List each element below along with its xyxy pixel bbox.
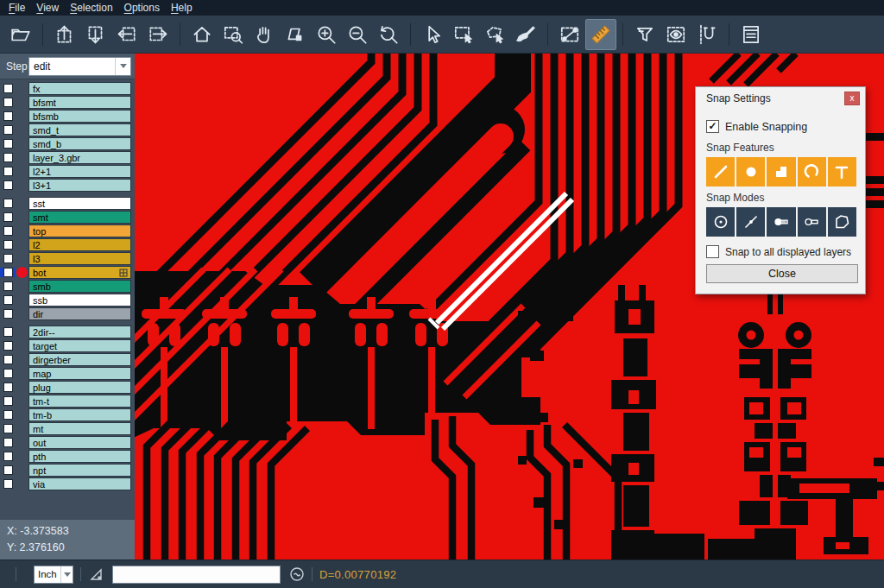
snap-feature-circle-icon[interactable] — [736, 157, 765, 187]
layer-name-cell[interactable]: layer_3.gbr — [28, 151, 131, 164]
zoom-in-icon[interactable] — [311, 19, 342, 50]
layer-row-l3[interactable]: l3 — [0, 252, 135, 265]
layer-name-cell[interactable]: smb — [28, 280, 131, 293]
menu-item-help[interactable]: Help — [169, 2, 202, 15]
layer-row-smb[interactable]: smb — [0, 280, 135, 293]
layer-visibility-checkbox[interactable] — [0, 438, 16, 447]
refresh-circle-icon[interactable] — [289, 566, 305, 582]
menu-item-view[interactable]: View — [35, 2, 68, 15]
dialog-titlebar[interactable]: Snap Settings x — [696, 87, 865, 110]
snap-mode-pad-entire-icon[interactable] — [767, 207, 795, 237]
open-folder-icon[interactable] — [5, 19, 36, 50]
layer-name-cell[interactable]: out — [28, 436, 131, 449]
layer-name-cell[interactable]: smd_t — [28, 123, 131, 136]
layer-visibility-checkbox[interactable] — [0, 452, 16, 461]
display-filter-eye-icon[interactable] — [660, 19, 691, 50]
snap-feature-pad-icon[interactable] — [767, 157, 795, 187]
layer-name-cell[interactable]: top — [28, 224, 131, 237]
pan-right-icon[interactable] — [142, 19, 174, 50]
home-icon[interactable] — [186, 19, 218, 50]
snap-mode-center-icon[interactable] — [706, 207, 735, 237]
chevron-down-icon[interactable] — [115, 58, 130, 75]
layer-row-smd_b[interactable]: smd_b — [0, 137, 135, 150]
layer-name-cell[interactable]: fx — [28, 82, 131, 95]
layer-name-cell[interactable]: sst — [28, 197, 131, 210]
layer-name-cell[interactable]: smd_b — [28, 137, 131, 150]
snap-feature-text-icon[interactable] — [828, 157, 856, 187]
layer-visibility-checkbox[interactable] — [0, 465, 16, 475]
layer-row-l2[interactable]: l2 — [0, 238, 135, 251]
menu-item-selection[interactable]: Selection — [68, 2, 122, 15]
layer-name-cell[interactable]: plug — [28, 381, 131, 394]
measure-line-icon[interactable] — [554, 19, 585, 50]
layer-visibility-checkbox[interactable] — [0, 281, 16, 291]
layer-visibility-checkbox[interactable] — [0, 226, 16, 236]
filter-funnel-icon[interactable] — [629, 19, 660, 50]
layer-name-cell[interactable]: dir — [28, 307, 131, 320]
enable-snapping-checkbox[interactable]: ✓ — [706, 120, 719, 133]
layer-row-fx[interactable]: fx — [0, 82, 135, 95]
select-polygon-icon[interactable] — [479, 19, 510, 50]
layer-name-cell[interactable]: target — [28, 339, 131, 352]
layer-visibility-checkbox[interactable] — [0, 199, 16, 208]
snap-mode-on-line-icon[interactable] — [736, 207, 765, 237]
pan-left-icon[interactable] — [111, 19, 142, 50]
layer-visibility-checkbox[interactable] — [0, 479, 16, 489]
layer-visibility-checkbox[interactable] — [0, 212, 16, 222]
layer-name-cell[interactable]: smt — [28, 211, 131, 224]
select-rectangle-icon[interactable] — [448, 19, 479, 50]
layer-name-cell[interactable]: bot — [28, 266, 131, 279]
layer-visibility-checkbox[interactable] — [0, 240, 16, 250]
layer-row-dirgerber[interactable]: dirgerber — [0, 353, 135, 366]
layer-row-out[interactable]: out — [0, 436, 135, 449]
layer-row-smt[interactable]: smt — [0, 211, 135, 224]
layer-row-l2+1[interactable]: l2+1 — [0, 165, 135, 178]
layer-visibility-checkbox[interactable] — [0, 295, 16, 305]
measure-input[interactable] — [112, 566, 281, 584]
ruler-icon[interactable] — [585, 19, 616, 50]
layer-row-plug[interactable]: plug — [0, 381, 135, 394]
layer-name-cell[interactable]: mt — [28, 422, 131, 435]
layer-visibility-checkbox[interactable] — [0, 410, 16, 420]
angle-measure-icon[interactable] — [88, 566, 105, 583]
snap-mode-polygon-corner-icon[interactable] — [828, 207, 856, 237]
layer-name-cell[interactable]: bfsmt — [28, 96, 131, 109]
layer-row-ssb[interactable]: ssb — [0, 294, 135, 307]
zoom-selection-icon[interactable] — [280, 19, 311, 50]
layer-row-bfsmb[interactable]: bfsmb — [0, 110, 135, 123]
layer-name-cell[interactable]: l3+1 — [28, 179, 131, 192]
layer-visibility-checkbox[interactable] — [0, 341, 16, 351]
select-arrow-icon[interactable] — [417, 19, 448, 50]
layer-row-mt[interactable]: mt — [0, 422, 135, 435]
layer-visibility-checkbox[interactable] — [0, 383, 16, 392]
snap-magnet-icon[interactable] — [691, 19, 723, 50]
layer-row-layer_3.gbr[interactable]: layer_3.gbr — [0, 151, 135, 164]
snap-feature-arc-icon[interactable] — [798, 157, 826, 187]
layer-visibility-checkbox[interactable] — [0, 111, 16, 121]
unit-select[interactable]: Inch — [34, 566, 73, 584]
zoom-window-icon[interactable] — [218, 19, 249, 50]
layer-name-cell[interactable]: 2dir-- — [28, 326, 131, 338]
layer-row-tm-b[interactable]: tm-b — [0, 408, 135, 421]
layer-name-cell[interactable]: pth — [28, 450, 131, 463]
layer-row-smd_t[interactable]: smd_t — [0, 123, 135, 136]
layer-visibility-checkbox[interactable] — [0, 254, 16, 263]
pan-down-icon[interactable] — [80, 19, 111, 50]
snap-all-layers-checkbox[interactable] — [706, 245, 719, 258]
layer-name-cell[interactable]: ssb — [28, 294, 131, 307]
layer-row-target[interactable]: target — [0, 339, 135, 352]
layer-name-cell[interactable]: tm-t — [28, 395, 131, 408]
layer-visibility-checkbox[interactable] — [0, 327, 16, 337]
layer-row-via[interactable]: via — [0, 477, 135, 490]
layer-row-npt[interactable]: npt — [0, 464, 135, 477]
layer-name-cell[interactable]: via — [28, 477, 131, 490]
menu-item-options[interactable]: Options — [123, 2, 169, 15]
report-form-icon[interactable] — [736, 19, 767, 50]
layer-row-2dir--[interactable]: 2dir-- — [0, 326, 135, 338]
layer-name-cell[interactable]: npt — [28, 464, 131, 477]
layer-visibility-checkbox[interactable] — [0, 125, 16, 135]
layer-visibility-checkbox[interactable] — [0, 424, 16, 433]
close-icon[interactable]: x — [844, 92, 860, 105]
layer-row-bot[interactable]: bot — [0, 266, 135, 279]
layer-name-cell[interactable]: l2+1 — [28, 165, 131, 178]
